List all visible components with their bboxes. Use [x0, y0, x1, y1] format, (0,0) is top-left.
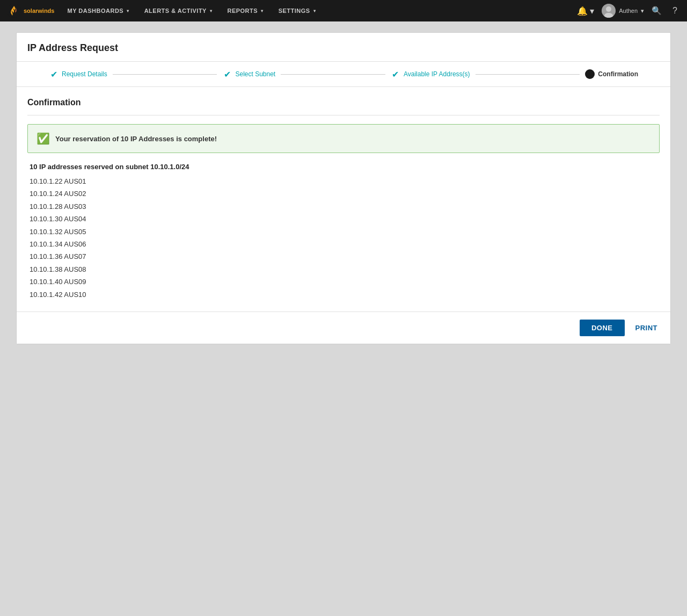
brand-name: solarwinds [24, 8, 54, 14]
list-item: 10.10.1.24 AUS02 [30, 187, 657, 200]
step-confirmation: Confirmation [585, 69, 638, 79]
print-button[interactable]: PRINT [633, 320, 660, 336]
check-icon: ✔ [391, 69, 400, 79]
check-icon: ✔ [49, 69, 59, 79]
bell-icon: 🔔 [577, 6, 588, 16]
step-connector-3 [476, 74, 580, 75]
step-label-confirmation: Confirmation [598, 70, 638, 78]
nav-item-alerts[interactable]: ALERTS & ACTIVITY ▾ [137, 0, 220, 21]
stepper: ✔ Request Details ✔ Select Subnet ✔ Avai… [17, 62, 670, 87]
page-title: IP Address Request [27, 42, 118, 53]
success-icon: ✅ [36, 132, 50, 145]
list-item: 10.10.1.28 AUS03 [30, 200, 657, 213]
username-label: Authen [619, 8, 638, 14]
nav-menu: MY DASHBOARDS ▾ ALERTS & ACTIVITY ▾ REPO… [60, 0, 574, 21]
list-item: 10.10.1.32 AUS05 [30, 226, 657, 238]
list-item: 10.10.1.30 AUS04 [30, 213, 657, 225]
chevron-down-icon: ▾ [261, 9, 264, 13]
nav-item-reports[interactable]: REPORTS ▾ [220, 0, 271, 21]
svg-point-2 [606, 6, 611, 12]
done-button[interactable]: DONE [580, 320, 625, 336]
card-footer: DONE PRINT [17, 311, 670, 344]
list-item: 10.10.1.38 AUS08 [30, 263, 657, 276]
step-request-details: ✔ Request Details [49, 69, 107, 79]
list-item: 10.10.1.34 AUS06 [30, 238, 657, 250]
help-icon: ? [673, 6, 677, 16]
page-wrapper: IP Address Request ✔ Request Details ✔ S… [0, 21, 687, 355]
list-item: 10.10.1.36 AUS07 [30, 250, 657, 263]
active-step-dot [585, 69, 595, 79]
nav-item-dashboards[interactable]: MY DASHBOARDS ▾ [60, 0, 136, 21]
chevron-down-icon: ▾ [641, 8, 644, 15]
success-banner: ✅ Your reservation of 10 IP Addresses is… [27, 124, 660, 153]
ip-list-header: 10 IP addresses reserved on subnet 10.10… [27, 163, 660, 171]
step-connector-1 [113, 74, 217, 75]
user-menu[interactable]: Authen ▾ [602, 4, 644, 18]
chevron-down-icon: ▾ [313, 9, 316, 13]
content-area: Confirmation ✅ Your reservation of 10 IP… [17, 87, 670, 311]
search-button[interactable]: 🔍 [648, 4, 665, 18]
chevron-down-icon: ▾ [127, 9, 129, 13]
success-message: Your reservation of 10 IP Addresses is c… [55, 135, 217, 143]
step-connector-2 [281, 74, 385, 75]
step-label-available-ip: Available IP Address(s) [404, 70, 470, 78]
list-item: 10.10.1.42 AUS10 [30, 288, 657, 301]
step-label-select-subnet: Select Subnet [235, 70, 275, 78]
help-button[interactable]: ? [669, 4, 681, 18]
notifications-button[interactable]: 🔔 ▾ [574, 4, 597, 18]
check-icon: ✔ [222, 69, 232, 79]
list-item: 10.10.1.22 AUS01 [30, 175, 657, 187]
navbar: solarwinds MY DASHBOARDS ▾ ALERTS & ACTI… [0, 0, 687, 21]
main-card: IP Address Request ✔ Request Details ✔ S… [16, 32, 671, 344]
section-title: Confirmation [27, 98, 660, 115]
list-item: 10.10.1.40 AUS09 [30, 276, 657, 288]
search-icon: 🔍 [652, 6, 662, 16]
step-label-request-details: Request Details [62, 70, 107, 78]
step-available-ip: ✔ Available IP Address(s) [391, 69, 470, 79]
chevron-down-icon: ▾ [210, 9, 213, 13]
card-header: IP Address Request [17, 33, 670, 62]
brand-logo[interactable]: solarwinds [6, 3, 54, 18]
avatar [602, 4, 616, 18]
step-select-subnet: ✔ Select Subnet [222, 69, 275, 79]
ip-list: 10.10.1.22 AUS0110.10.1.24 AUS0210.10.1.… [27, 175, 660, 301]
chevron-down-icon: ▾ [590, 6, 594, 16]
nav-right: 🔔 ▾ Authen ▾ 🔍 ? [574, 4, 681, 18]
nav-item-settings[interactable]: SETTINGS ▾ [271, 0, 324, 21]
